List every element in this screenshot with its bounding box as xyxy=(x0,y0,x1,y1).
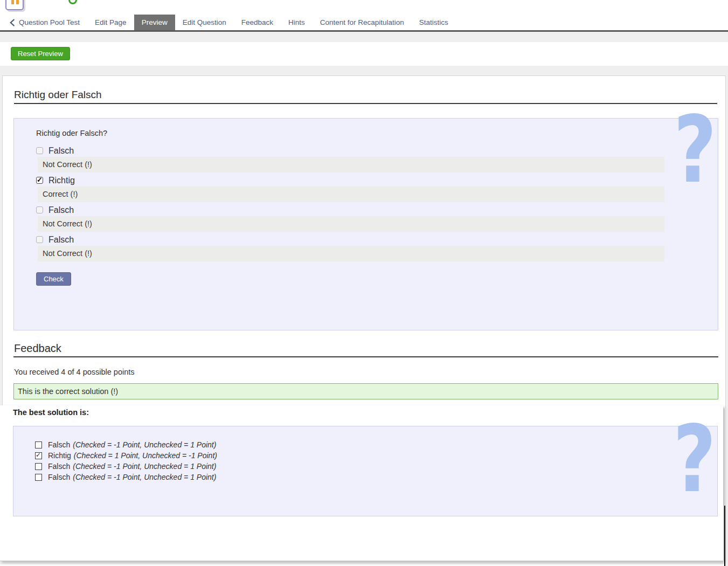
status-circle-icon xyxy=(68,0,77,4)
points-text: You received 4 of 4 possible points xyxy=(14,368,135,376)
tab-bar: Question Pool Test Edit Page Preview Edi… xyxy=(10,15,456,30)
feedback-divider xyxy=(13,356,718,357)
title-divider xyxy=(14,103,717,104)
tab-label: Question Pool Test xyxy=(19,18,80,26)
answer-feedback-bar: Correct (!) xyxy=(38,187,664,202)
tab-label: Edit Page xyxy=(95,18,127,26)
answer-row: Falsch Not Correct (!) xyxy=(36,144,664,172)
solution-answer-label: Falsch xyxy=(48,440,70,449)
question-mark-image: ? xyxy=(674,103,717,196)
answer-row: Falsch Not Correct (!) xyxy=(36,233,664,261)
best-solution-panel: Falsch (Checked = -1 Point, Unchecked = … xyxy=(13,426,718,516)
answer-feedback-bar: Not Correct (!) xyxy=(38,157,664,172)
solution-row: Falsch (Checked = -1 Point, Unchecked = … xyxy=(35,461,217,472)
solution-row: Richtig (Checked = 1 Point, Unchecked = … xyxy=(35,450,217,461)
tab[interactable]: Statistics xyxy=(412,15,456,30)
tab-label: Feedback xyxy=(241,18,273,26)
top-header: Question Pool Test Edit Page Preview Edi… xyxy=(0,0,728,32)
question-prompt: Richtig oder Falsch? xyxy=(36,129,107,137)
solution-answer-label: Falsch xyxy=(48,473,70,481)
tab-label: Content for Recapitulation xyxy=(320,18,404,26)
solution-checkbox xyxy=(35,452,42,459)
tab-label: Hints xyxy=(288,18,305,26)
tab-label: Statistics xyxy=(419,18,448,26)
answer-row: Falsch Not Correct (!) xyxy=(36,204,664,232)
question-mark-image: ? xyxy=(673,413,716,506)
solution-checkbox xyxy=(35,463,42,470)
answer-feedback-bar: Not Correct (!) xyxy=(38,246,664,261)
answer-option: Falsch xyxy=(36,204,664,216)
solution-answers-list: Falsch (Checked = -1 Point, Unchecked = … xyxy=(35,439,217,482)
answer-checkbox[interactable] xyxy=(36,147,43,154)
reset-preview-button[interactable]: Reset Preview xyxy=(11,47,70,60)
solution-points-detail: (Checked = -1 Point, Unchecked = 1 Point… xyxy=(73,462,216,471)
tab[interactable]: Preview xyxy=(134,15,175,30)
answers-list: Falsch Not Correct (!) Richtig Correct (… xyxy=(36,144,664,263)
answer-label: Richtig xyxy=(48,176,75,185)
tab[interactable]: Hints xyxy=(281,15,313,30)
solution-row: Falsch (Checked = -1 Point, Unchecked = … xyxy=(35,472,217,482)
answer-row: Richtig Correct (!) xyxy=(36,174,664,202)
pool-icon-mark xyxy=(16,0,19,4)
tab[interactable]: Feedback xyxy=(234,15,281,30)
answer-checkbox[interactable] xyxy=(36,236,43,243)
answer-label: Falsch xyxy=(48,235,74,245)
check-button[interactable]: Check xyxy=(36,272,71,286)
solution-answer-label: Falsch xyxy=(48,462,70,471)
solution-row: Falsch (Checked = -1 Point, Unchecked = … xyxy=(35,439,217,450)
tab-label: Preview xyxy=(142,18,168,26)
tab[interactable]: Question Pool Test xyxy=(10,15,87,30)
best-solution-section: The best solution is: Falsch (Checked = … xyxy=(0,405,723,561)
question-pool-icon[interactable] xyxy=(5,0,24,10)
scrollbar-line[interactable] xyxy=(724,506,725,566)
tab[interactable]: Edit Question xyxy=(175,15,234,30)
answer-feedback-bar: Not Correct (!) xyxy=(38,216,664,232)
answer-label: Falsch xyxy=(48,205,74,215)
answer-option: Falsch xyxy=(36,144,664,157)
answer-checkbox[interactable] xyxy=(36,177,43,184)
best-solution-label: The best solution is: xyxy=(13,408,89,417)
feedback-heading: Feedback xyxy=(14,342,61,355)
pool-icon-mark xyxy=(11,0,14,4)
toolbar: Reset Preview xyxy=(0,42,728,66)
question-panel: Richtig oder Falsch? Falsch Not Correct … xyxy=(13,118,718,330)
answer-label: Falsch xyxy=(48,146,74,156)
correct-solution-box: This is the correct solution (!) xyxy=(13,383,718,399)
solution-points-detail: (Checked = 1 Point, Unchecked = -1 Point… xyxy=(74,451,217,460)
solution-points-detail: (Checked = -1 Point, Unchecked = 1 Point… xyxy=(73,473,216,481)
question-title: Richtig oder Falsch xyxy=(14,89,102,101)
solution-points-detail: (Checked = -1 Point, Unchecked = 1 Point… xyxy=(73,440,216,449)
answer-option: Falsch xyxy=(36,233,664,246)
answer-option: Richtig xyxy=(36,174,664,187)
tab[interactable]: Edit Page xyxy=(87,15,134,30)
solution-checkbox xyxy=(35,474,42,481)
question-preview-card: Richtig oder Falsch Richtig oder Falsch?… xyxy=(2,75,726,408)
solution-answer-label: Richtig xyxy=(48,451,71,460)
back-icon xyxy=(10,19,15,26)
tab-label: Edit Question xyxy=(183,18,226,26)
tab[interactable]: Content for Recapitulation xyxy=(313,15,412,30)
answer-checkbox[interactable] xyxy=(36,206,43,213)
solution-checkbox xyxy=(35,441,42,448)
